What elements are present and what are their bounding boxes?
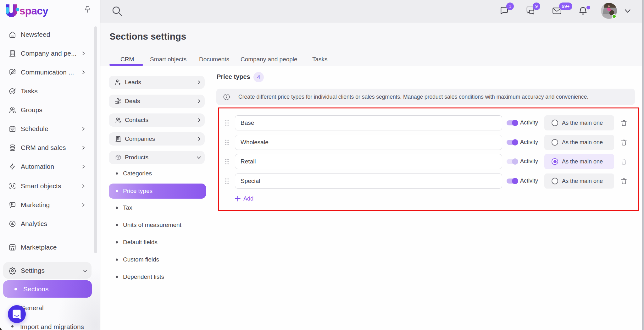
svg-text:spacy: spacy bbox=[19, 5, 48, 17]
